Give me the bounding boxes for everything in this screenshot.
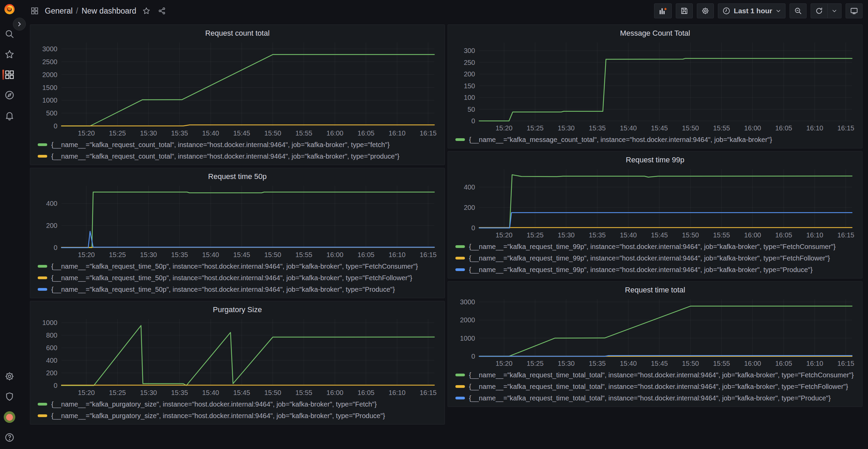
- toolbar: Last 1 hour: [654, 3, 863, 18]
- svg-text:16:00: 16:00: [326, 389, 343, 396]
- breadcrumb-section[interactable]: General: [45, 6, 73, 16]
- legend-item[interactable]: {__name__="kafka_request_time_50p", inst…: [38, 272, 439, 284]
- svg-text:15:35: 15:35: [589, 360, 606, 367]
- kiosk-mode-button[interactable]: [846, 3, 863, 18]
- legend-swatch: [38, 288, 47, 291]
- apps-grid-icon: [29, 5, 40, 16]
- legend-item[interactable]: {__name__="kafka_purgatory_size", instan…: [38, 410, 439, 421]
- svg-text:15:20: 15:20: [78, 129, 95, 137]
- legend-swatch: [38, 403, 47, 406]
- panel-request-count-total: Request count total 05001000150020002500…: [30, 24, 445, 165]
- svg-text:15:35: 15:35: [589, 231, 606, 239]
- grafana-logo[interactable]: [3, 2, 16, 16]
- star-outline-icon: [142, 7, 150, 15]
- legend-item[interactable]: {__name__="kafka_request_time_50p", inst…: [38, 284, 439, 295]
- svg-text:16:05: 16:05: [358, 129, 375, 137]
- timeseries-chart[interactable]: 05010015020025030015:2015:2515:3015:3515…: [453, 39, 857, 133]
- svg-text:15:45: 15:45: [233, 251, 250, 258]
- svg-text:150: 150: [464, 82, 475, 90]
- legend-item[interactable]: {__name__="kafka_request_time_total_tota…: [455, 369, 857, 381]
- refresh-group: [811, 3, 842, 18]
- sidebar-bottom-nav: [0, 370, 19, 444]
- svg-text:16:05: 16:05: [358, 389, 375, 396]
- sidebar-item-profile[interactable]: [0, 410, 19, 424]
- svg-text:15:45: 15:45: [651, 231, 668, 239]
- legend-item[interactable]: {__name__="kafka_request_time_50p", inst…: [38, 261, 439, 272]
- svg-text:16:00: 16:00: [326, 129, 343, 137]
- panel-message-count-total: Message Count Total 05010015020025030015…: [448, 24, 863, 148]
- legend-swatch: [38, 276, 47, 279]
- legend-item[interactable]: {__name__="kafka_request_count_total", i…: [38, 139, 439, 150]
- panel-title[interactable]: Request count total: [36, 28, 439, 39]
- star-dashboard-button[interactable]: [141, 5, 152, 16]
- svg-text:1000: 1000: [460, 335, 475, 342]
- time-range-label: Last 1 hour: [734, 7, 772, 15]
- svg-text:1500: 1500: [42, 84, 58, 91]
- refresh-button[interactable]: [811, 3, 828, 18]
- timeseries-chart[interactable]: 05001000150020002500300015:2015:2515:301…: [36, 39, 439, 138]
- time-range-picker[interactable]: Last 1 hour: [718, 3, 785, 18]
- panel-title[interactable]: Purgatory Size: [36, 304, 439, 316]
- legend-item[interactable]: {__name__="kafka_request_time_99p", inst…: [455, 264, 857, 275]
- sidebar-item-configuration[interactable]: [0, 370, 19, 383]
- legend-item[interactable]: {__name__="kafka_purgatory_size", instan…: [38, 398, 439, 410]
- legend-item[interactable]: {__name__="kafka_request_count_total", i…: [38, 150, 439, 162]
- zoom-out-button[interactable]: [790, 3, 807, 18]
- svg-text:3000: 3000: [42, 45, 58, 53]
- legend-label: {__name__="kafka_message_count_total", i…: [469, 136, 772, 144]
- left-column: Request count total 05001000150020002500…: [30, 24, 445, 425]
- legend-label: {__name__="kafka_request_count_total", i…: [51, 152, 399, 160]
- sidebar-item-starred[interactable]: [0, 48, 19, 61]
- sidebar-item-explore[interactable]: [0, 88, 19, 102]
- svg-text:400: 400: [46, 200, 57, 207]
- bell-icon: [4, 110, 15, 121]
- chevron-down-icon: [776, 8, 781, 14]
- timeseries-chart[interactable]: 020040015:2015:2515:3015:3515:4015:4515:…: [453, 166, 857, 240]
- svg-text:600: 600: [46, 344, 57, 352]
- svg-text:15:50: 15:50: [682, 360, 699, 367]
- svg-text:15:55: 15:55: [295, 251, 312, 258]
- svg-text:200: 200: [464, 204, 475, 211]
- panel-title[interactable]: Request time 99p: [453, 154, 857, 166]
- svg-text:1000: 1000: [42, 96, 58, 104]
- svg-text:200: 200: [46, 369, 57, 377]
- svg-text:15:50: 15:50: [264, 251, 281, 258]
- save-dashboard-button[interactable]: [676, 3, 693, 18]
- svg-text:0: 0: [54, 382, 57, 389]
- svg-text:15:30: 15:30: [140, 389, 157, 396]
- share-dashboard-button[interactable]: [157, 5, 167, 16]
- legend-item[interactable]: {__name__="kafka_request_time_99p", inst…: [455, 252, 857, 264]
- gear-icon: [4, 371, 15, 381]
- clock-icon: [722, 7, 730, 15]
- legend-item[interactable]: {__name__="kafka_request_time_99p", inst…: [455, 241, 857, 252]
- svg-text:15:40: 15:40: [620, 231, 637, 239]
- timeseries-chart[interactable]: 0200400600800100015:2015:2515:3015:3515:…: [36, 316, 439, 398]
- legend-item[interactable]: {__name__="kafka_message_count_total", i…: [455, 134, 857, 145]
- sidebar-item-server-admin[interactable]: [0, 390, 19, 403]
- legend-item[interactable]: {__name__="kafka_request_time_total_tota…: [455, 392, 857, 404]
- sidebar-item-alerting[interactable]: [0, 109, 19, 122]
- legend: {__name__="kafka_message_count_total", i…: [453, 133, 857, 146]
- svg-text:15:25: 15:25: [109, 129, 126, 137]
- sidebar-item-help[interactable]: [0, 431, 19, 444]
- legend-swatch: [455, 138, 465, 141]
- svg-text:16:10: 16:10: [806, 231, 823, 239]
- search-icon: [4, 29, 15, 39]
- svg-text:15:30: 15:30: [558, 124, 575, 132]
- legend-item[interactable]: {__name__="kafka_request_time_total_tota…: [455, 381, 857, 392]
- dashboard-settings-button[interactable]: [697, 3, 714, 18]
- panel-title[interactable]: Request time total: [453, 284, 857, 296]
- breadcrumb-page[interactable]: New dashboard: [82, 6, 136, 16]
- add-panel-icon: [658, 6, 667, 15]
- panel-title[interactable]: Request time 50p: [36, 171, 439, 182]
- svg-text:15:20: 15:20: [495, 231, 512, 239]
- timeseries-chart[interactable]: 020040015:2015:2515:3015:3515:4015:4515:…: [36, 182, 439, 260]
- sidebar-top-nav: [0, 27, 19, 122]
- sidebar-item-dashboards[interactable]: [0, 68, 19, 82]
- panel-title[interactable]: Message Count Total: [453, 28, 857, 39]
- svg-text:16:15: 16:15: [420, 389, 437, 396]
- sidebar-expand-button[interactable]: [13, 18, 26, 31]
- refresh-interval-button[interactable]: [828, 3, 842, 18]
- timeseries-chart[interactable]: 010002000300015:2015:2515:3015:3515:4015…: [453, 296, 857, 369]
- add-panel-button[interactable]: [654, 3, 672, 18]
